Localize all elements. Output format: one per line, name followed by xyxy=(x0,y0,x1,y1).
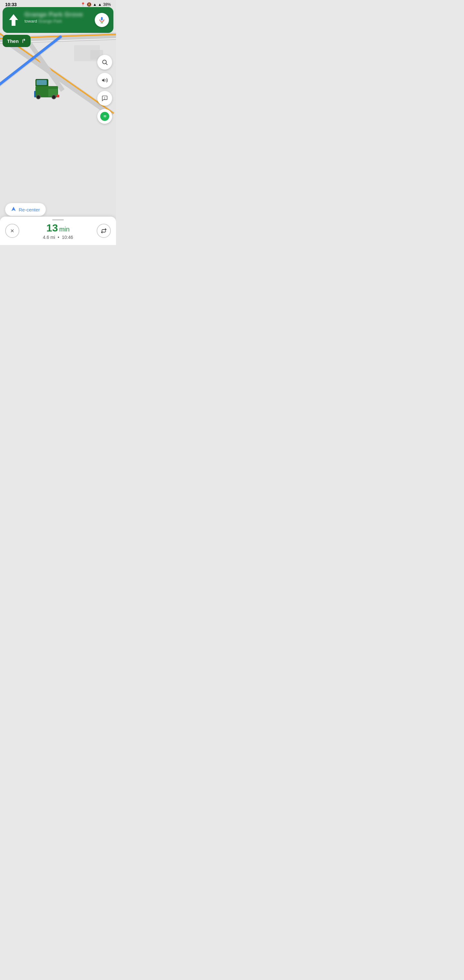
navigation-header: Grange Park Grove toward Grange Park xyxy=(3,7,113,33)
bottom-bar: 13 min 4.6 mi • 10:46 xyxy=(0,216,116,245)
recenter-label: Re-center xyxy=(19,207,40,212)
direction-arrow-up xyxy=(8,13,19,27)
svg-point-5 xyxy=(102,60,106,64)
vehicle-icon xyxy=(32,77,61,100)
right-controls xyxy=(97,55,112,124)
status-time: 10:33 xyxy=(5,2,17,7)
svg-line-6 xyxy=(106,64,108,65)
volume-button[interactable] xyxy=(97,73,112,88)
mute-icon: 🔕 xyxy=(87,2,92,7)
recenter-button[interactable]: Re-center xyxy=(5,203,46,216)
street-name: Grange Park Grove xyxy=(24,11,94,18)
eta-minutes: 13 xyxy=(46,222,58,234)
cancel-navigation-button[interactable] xyxy=(5,224,19,238)
eta-container: 13 min 4.6 mi • 10:46 xyxy=(19,222,97,240)
then-label: Then xyxy=(7,38,19,44)
eta-details: 4.6 mi • 10:46 xyxy=(19,235,97,240)
turn-arrow-icon: ↱ xyxy=(21,37,26,45)
then-turn-indicator: Then ↱ xyxy=(3,35,30,47)
signal-icon: ▲ xyxy=(98,2,102,7)
eta-unit: min xyxy=(59,226,70,233)
battery-level: 38% xyxy=(103,2,111,7)
svg-marker-7 xyxy=(102,78,105,82)
location-icon: 📍 xyxy=(81,2,86,7)
status-icons: 📍 🔕 ▲ ▲ 38% xyxy=(81,2,111,7)
report-button[interactable] xyxy=(97,91,112,106)
routes-button[interactable] xyxy=(97,224,111,238)
svg-marker-10 xyxy=(11,207,16,211)
recenter-icon xyxy=(11,206,16,213)
svg-point-9 xyxy=(105,99,105,99)
wifi-icon: ▲ xyxy=(93,2,97,7)
eta-arrival: 10:46 xyxy=(62,235,73,240)
toward-label: toward Grange Park xyxy=(24,19,94,24)
spotify-icon xyxy=(100,112,109,121)
destination-name: Grange Park xyxy=(38,19,62,24)
drag-handle xyxy=(52,219,64,221)
svg-rect-2 xyxy=(101,17,103,21)
search-button[interactable] xyxy=(97,55,112,70)
mic-button[interactable] xyxy=(95,13,109,27)
status-bar: 10:33 📍 🔕 ▲ ▲ 38% xyxy=(0,0,116,9)
svg-marker-0 xyxy=(9,14,18,26)
eta-distance: 4.6 mi xyxy=(43,235,55,240)
spotify-button[interactable] xyxy=(97,109,112,124)
eta-time: 13 min xyxy=(19,222,97,234)
